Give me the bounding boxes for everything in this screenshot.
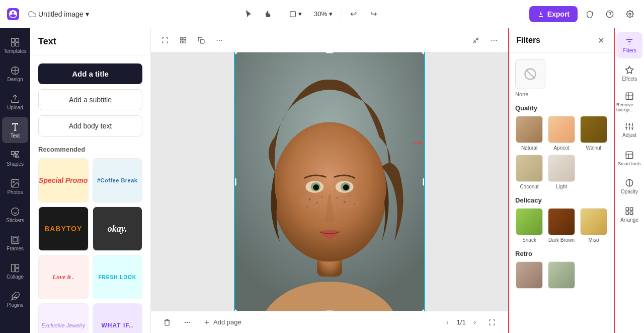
more-actions-button[interactable] <box>179 314 195 330</box>
canvas-collapse-button[interactable] <box>468 32 484 48</box>
filter-none-button[interactable] <box>515 59 545 89</box>
export-label: Export <box>547 10 570 18</box>
handle-middle-right[interactable] <box>423 178 425 186</box>
grid-view-button[interactable] <box>175 32 191 48</box>
text-style-whatif[interactable]: WHAT IF.. <box>93 303 143 333</box>
topbar-right: Export <box>529 6 638 22</box>
filter-miso[interactable]: Miso <box>580 208 608 243</box>
filter-apricot-label: Apricot <box>553 145 569 151</box>
expand-view-button[interactable] <box>157 32 173 48</box>
shield-icon-button[interactable] <box>582 6 598 22</box>
text-style-special-promo[interactable]: Special Promo <box>38 158 89 203</box>
sidebar-item-design[interactable]: Design <box>2 60 28 87</box>
handle-bottom-right[interactable] <box>422 309 425 311</box>
sidebar-item-photos[interactable]: Photos <box>2 173 28 199</box>
filter-natural[interactable]: Natural <box>515 116 543 151</box>
canvas-area: ··· ··· Page 1 <box>151 28 508 333</box>
pointer-tool-button[interactable] <box>240 6 257 22</box>
sidebar-item-stickers[interactable]: Stickers <box>2 202 28 228</box>
right-sidebar-item-remove-bg[interactable]: Remove backgr... <box>616 89 642 115</box>
text-style-okay[interactable]: okay. <box>93 207 143 251</box>
right-sidebar-item-effects[interactable]: Effects <box>616 60 642 87</box>
text-style-exclusive-jewelry[interactable]: Exclusive Jewelry <box>38 303 89 333</box>
sidebar-item-shapes[interactable]: Shapes <box>2 145 28 171</box>
canvas-frame[interactable] <box>234 52 425 311</box>
filter-walnut[interactable]: Walnut <box>580 116 608 151</box>
sidebar-item-text[interactable]: Text <box>2 117 28 143</box>
sidebar-item-upload[interactable]: Upload <box>2 89 28 115</box>
handle-middle-left[interactable] <box>234 178 236 186</box>
right-sidebar-item-arrange[interactable]: Arrange <box>616 202 642 228</box>
canvas-workspace[interactable]: Page 1 <box>151 52 508 311</box>
right-sidebar-item-opacity[interactable]: Opacity <box>616 173 642 199</box>
svg-line-56 <box>526 70 535 79</box>
add-body-button[interactable]: Add body text <box>38 115 142 137</box>
svg-point-50 <box>187 322 187 322</box>
right-sidebar-item-filters[interactable]: Filters <box>616 32 642 58</box>
undo-button[interactable]: ↩ <box>345 6 361 22</box>
canvas-size-button[interactable]: ▾ <box>285 8 306 20</box>
sidebar-item-photos-label: Photos <box>7 189 23 195</box>
add-subtitle-button[interactable]: Add a subtitle <box>38 89 142 110</box>
sidebar-item-templates[interactable]: Templates <box>2 32 28 58</box>
add-title-button[interactable]: Add a title <box>38 63 142 84</box>
filter-darkbrown-label: Dark Brown <box>548 237 575 243</box>
delete-page-button[interactable] <box>159 314 175 330</box>
text-style-loveit[interactable]: Love it . <box>38 255 89 299</box>
help-button[interactable] <box>602 6 618 22</box>
duplicate-page-button[interactable] <box>193 32 209 48</box>
filter-snack[interactable]: Snack <box>515 208 543 243</box>
filter-snack-label: Snack <box>522 237 536 243</box>
zoom-button[interactable]: 30% ▾ <box>310 8 337 20</box>
canvas-toolbar: ··· ··· <box>151 28 508 52</box>
text-style-babytoy[interactable]: BABYTOY <box>38 207 89 251</box>
filters-panel: Filters ✕ None Quality Natural <box>508 28 614 333</box>
canvas-bottom-bar: Add page ‹ 1/1 › <box>151 311 508 333</box>
filter-retro2-thumb <box>548 261 575 289</box>
right-sidebar-item-smart-tools[interactable]: Smart tools <box>616 145 642 171</box>
filter-light[interactable]: Light <box>547 155 576 189</box>
filter-coconut-thumb <box>516 155 543 182</box>
svg-marker-60 <box>626 66 633 74</box>
canvas-options-button[interactable]: ··· <box>486 32 502 48</box>
filter-retro2[interactable] <box>547 261 576 289</box>
right-sidebar-opacity-label: Opacity <box>621 189 638 194</box>
export-button[interactable]: Export <box>529 6 578 22</box>
right-sidebar-item-adjust[interactable]: Adjust <box>616 117 642 143</box>
sidebar-item-frames[interactable]: Frames <box>2 230 28 256</box>
filter-darkbrown[interactable]: Dark Brown <box>547 208 576 243</box>
text-style-freshlook[interactable]: FRESH LOOK <box>93 255 143 299</box>
handle-top-right[interactable] <box>422 52 425 54</box>
hand-tool-button[interactable] <box>261 6 277 22</box>
right-sidebar-effects-label: Effects <box>622 76 637 82</box>
settings-button[interactable] <box>622 6 638 22</box>
file-name-button[interactable]: Untitled image ▾ <box>24 8 93 20</box>
canva-logo[interactable] <box>6 7 20 21</box>
sidebar-item-plugins[interactable]: Plugins <box>2 286 28 312</box>
canvas-more-button[interactable]: ··· <box>211 32 227 48</box>
svg-point-3 <box>629 13 631 15</box>
sidebar-item-upload-label: Upload <box>7 105 23 110</box>
filters-close-button[interactable]: ✕ <box>595 34 607 46</box>
svg-point-41 <box>343 184 349 190</box>
fit-page-button[interactable] <box>484 314 500 330</box>
prev-page-button[interactable]: ‹ <box>442 316 452 328</box>
handle-middle-bottom[interactable] <box>326 310 334 311</box>
next-page-button[interactable]: › <box>470 316 480 328</box>
svg-point-52 <box>185 322 185 322</box>
main-layout: Templates Design Upload Text Shapes Phot… <box>0 28 644 333</box>
sidebar-item-collage[interactable]: Collage <box>2 258 28 284</box>
retro-section: Retro <box>515 250 608 289</box>
redo-button[interactable]: ↪ <box>365 6 381 22</box>
add-page-label: Add page <box>213 318 242 326</box>
svg-rect-26 <box>184 37 186 39</box>
text-style-coffee-break[interactable]: #Coffee Break <box>93 158 143 203</box>
svg-rect-72 <box>626 208 628 210</box>
add-page-button[interactable]: Add page <box>199 316 246 328</box>
handle-middle-top[interactable] <box>326 52 334 53</box>
filter-apricot[interactable]: Apricot <box>547 116 576 151</box>
svg-point-51 <box>189 322 190 322</box>
filter-retro1[interactable] <box>515 261 543 289</box>
topbar-center: ▾ 30% ▾ ↩ ↪ <box>97 6 525 22</box>
filter-coconut[interactable]: Coconut <box>515 155 543 189</box>
